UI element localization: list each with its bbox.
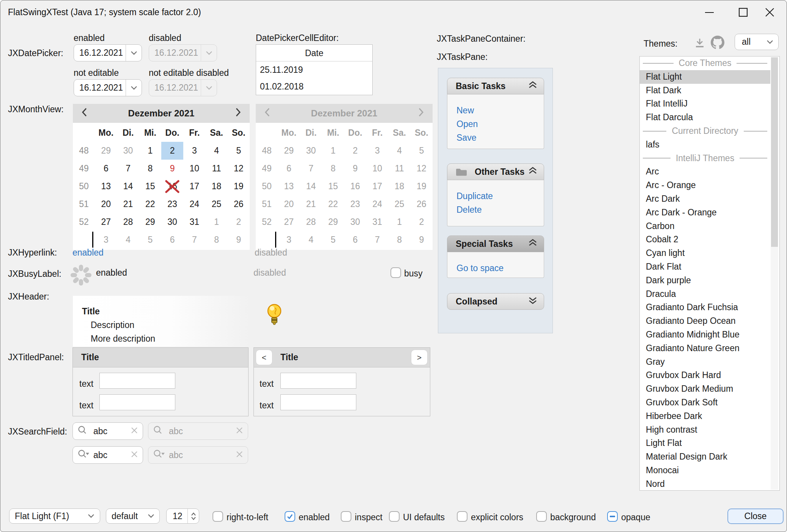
next-month-icon[interactable]: [235, 107, 241, 119]
search-field[interactable]: abc: [72, 446, 143, 464]
theme-item[interactable]: Gradianto Dark Fuchsia: [640, 301, 770, 314]
checkbox-label[interactable]: opaque: [621, 512, 650, 523]
taskpane-link[interactable]: Save: [456, 131, 544, 144]
day-cell[interactable]: 19: [228, 177, 250, 195]
theme-item[interactable]: Gradianto Nature Green: [640, 342, 770, 355]
github-button[interactable]: [711, 36, 724, 49]
day-cell[interactable]: 17: [183, 177, 205, 195]
theme-item[interactable]: High contrast: [640, 423, 770, 437]
collapse-chevron-up-icon[interactable]: [528, 81, 538, 91]
themes-scrollbar[interactable]: [771, 57, 778, 490]
checkbox-ui-defaults[interactable]: [389, 511, 400, 522]
day-cell[interactable]: 20: [95, 195, 117, 213]
clear-icon[interactable]: [131, 450, 138, 460]
theme-item[interactable]: Cobalt 2: [640, 233, 770, 246]
collapse-chevron-up-icon[interactable]: [528, 166, 538, 177]
day-cell[interactable]: 8: [206, 231, 228, 249]
day-cell[interactable]: 4: [117, 231, 139, 249]
spinner-up-icon[interactable]: [191, 512, 196, 516]
day-cell[interactable]: 15: [139, 177, 161, 195]
taskpane-link[interactable]: Delete: [456, 203, 544, 217]
theme-item[interactable]: Arc Dark: [640, 192, 770, 206]
theme-item[interactable]: Gruvbox Dark Soft: [640, 396, 770, 410]
taskpane-link[interactable]: Duplicate: [456, 189, 544, 203]
day-cell[interactable]: 6: [161, 231, 183, 249]
prev-button[interactable]: <: [256, 350, 272, 365]
day-cell[interactable]: 5: [139, 231, 161, 249]
checkbox-opaque[interactable]: [607, 511, 618, 522]
checkbox-label[interactable]: right-to-left: [227, 512, 268, 523]
day-cell[interactable]: 5: [228, 142, 250, 160]
theme-item[interactable]: Hiberbee Dark: [640, 410, 770, 423]
taskpane-link[interactable]: New: [456, 104, 544, 117]
search-icon[interactable]: [77, 425, 90, 437]
day-cell[interactable]: 24: [183, 195, 205, 213]
day-cell[interactable]: 30: [117, 142, 139, 160]
theme-item[interactable]: Gradianto Midnight Blue: [640, 328, 770, 342]
laf-combo[interactable]: Flat Light (F1): [9, 508, 100, 524]
checkbox-background[interactable]: [536, 511, 547, 522]
theme-item[interactable]: Gray: [640, 355, 770, 369]
search-input-value[interactable]: abc: [90, 426, 131, 436]
text-input[interactable]: [99, 373, 175, 389]
taskpane-header[interactable]: Collapsed: [447, 293, 544, 310]
day-cell[interactable]: 7: [183, 231, 205, 249]
theme-item[interactable]: Dark purple: [640, 274, 770, 287]
day-cell[interactable]: 6: [95, 160, 117, 177]
day-cell[interactable]: 9: [161, 160, 183, 177]
datepicker-enabled[interactable]: 16.12.2021: [74, 44, 142, 61]
theme-item[interactable]: Flat IntelliJ: [640, 97, 770, 111]
table-row-date[interactable]: 01.02.2018: [256, 78, 372, 95]
theme-item[interactable]: Flat Light: [640, 70, 770, 84]
checkbox-label[interactable]: background: [550, 512, 596, 523]
prev-month-icon[interactable]: [81, 107, 87, 119]
day-cell[interactable]: 7: [117, 160, 139, 177]
day-cell[interactable]: 27: [95, 213, 117, 231]
laf-combo-value[interactable]: Flat Light (F1): [9, 509, 82, 523]
theme-item[interactable]: Gruvbox Dark Hard: [640, 369, 770, 382]
checkbox-inspect[interactable]: [341, 511, 351, 522]
day-cell[interactable]: 11: [206, 160, 228, 177]
theme-item[interactable]: Monocai: [640, 464, 770, 477]
maximize-button[interactable]: [734, 5, 752, 20]
download-themes-button[interactable]: [694, 38, 705, 49]
theme-item[interactable]: Arc: [640, 165, 770, 179]
day-cell[interactable]: 29: [139, 213, 161, 231]
checkbox-explicit-colors[interactable]: [457, 511, 467, 522]
day-cell[interactable]: 28: [117, 213, 139, 231]
table-row-date[interactable]: 25.11.2019: [256, 61, 372, 78]
day-cell[interactable]: 30: [161, 213, 183, 231]
taskpane-header[interactable]: Special Tasks: [447, 235, 544, 252]
chevron-down-icon[interactable]: [126, 45, 142, 61]
font-size-spinner[interactable]: 12: [166, 508, 199, 524]
spinner-down-icon[interactable]: [191, 517, 196, 520]
day-cell[interactable]: 13: [95, 177, 117, 195]
datepicker-enabled-value[interactable]: 16.12.2021: [74, 45, 126, 61]
theme-item[interactable]: Arc - Orange: [640, 179, 770, 192]
day-cell[interactable]: 9: [228, 231, 250, 249]
chevron-down-icon[interactable]: [126, 80, 142, 96]
checkbox-label[interactable]: explicit colors: [471, 512, 523, 523]
theme-item[interactable]: Dark Flat: [640, 260, 770, 274]
theme-item[interactable]: lafs: [640, 138, 770, 152]
checkbox-enabled[interactable]: [285, 511, 295, 522]
day-cell[interactable]: 25: [206, 195, 228, 213]
day-cell[interactable]: 29: [95, 142, 117, 160]
theme-item[interactable]: Arc Dark - Orange: [640, 206, 770, 220]
scrollbar-thumb[interactable]: [771, 57, 778, 247]
day-cell[interactable]: 10: [183, 160, 205, 177]
datepicker-not-editable[interactable]: 16.12.2021: [74, 79, 142, 96]
text-input[interactable]: [280, 394, 356, 410]
style-combo-value[interactable]: default: [106, 509, 143, 523]
day-cell[interactable]: 1: [139, 142, 161, 160]
day-cell[interactable]: 4: [206, 142, 228, 160]
close-window-button[interactable]: [761, 5, 778, 20]
datepicker-not-editable-value[interactable]: 16.12.2021: [74, 80, 126, 96]
day-cell[interactable]: 18: [206, 177, 228, 195]
theme-item[interactable]: Gruvbox Dark Medium: [640, 382, 770, 396]
day-cell[interactable]: 31: [183, 213, 205, 231]
theme-item[interactable]: Dracula: [640, 287, 770, 301]
day-cell[interactable]: 2: [228, 213, 250, 231]
day-cell[interactable]: 2: [161, 142, 183, 160]
theme-item[interactable]: Nord: [640, 477, 770, 491]
